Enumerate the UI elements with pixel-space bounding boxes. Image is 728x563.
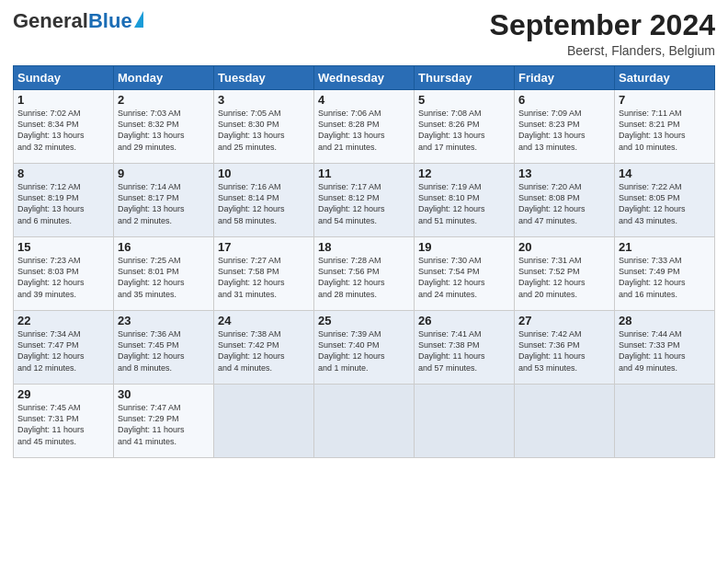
day-number: 15 [17,240,109,254]
logo-blue: Blue [88,9,132,33]
table-row: 16Sunrise: 7:25 AM Sunset: 8:01 PM Dayli… [114,237,214,311]
day-number: 8 [17,167,109,180]
day-info: Sunrise: 7:42 AM Sunset: 7:36 PM Dayligh… [518,328,610,373]
calendar-header: Sunday Monday Tuesday Wednesday Thursday… [14,66,715,90]
day-info: Sunrise: 7:20 AM Sunset: 8:08 PM Dayligh… [518,181,610,226]
day-info: Sunrise: 7:19 AM Sunset: 8:10 PM Dayligh… [418,181,510,226]
table-row: 11Sunrise: 7:17 AM Sunset: 8:12 PM Dayli… [314,164,415,237]
table-row: 29Sunrise: 7:45 AM Sunset: 7:31 PM Dayli… [14,385,114,458]
day-info: Sunrise: 7:38 AM Sunset: 7:42 PM Dayligh… [218,328,310,373]
table-row: 18Sunrise: 7:28 AM Sunset: 7:56 PM Dayli… [314,237,415,311]
day-info: Sunrise: 7:31 AM Sunset: 7:52 PM Dayligh… [518,255,610,300]
table-row [314,385,415,458]
day-info: Sunrise: 7:30 AM Sunset: 7:54 PM Dayligh… [418,255,510,300]
day-number: 25 [318,314,410,327]
day-number: 7 [619,93,711,107]
calendar-body: 1Sunrise: 7:02 AM Sunset: 8:34 PM Daylig… [14,90,715,458]
table-row [415,385,515,458]
day-number: 4 [318,93,410,107]
table-row: 21Sunrise: 7:33 AM Sunset: 7:49 PM Dayli… [615,237,715,311]
day-info: Sunrise: 7:25 AM Sunset: 8:01 PM Dayligh… [118,255,210,300]
day-number: 12 [418,167,510,180]
table-row: 15Sunrise: 7:23 AM Sunset: 8:03 PM Dayli… [14,237,114,311]
day-info: Sunrise: 7:34 AM Sunset: 7:47 PM Dayligh… [17,328,109,373]
table-row: 28Sunrise: 7:44 AM Sunset: 7:33 PM Dayli… [615,311,715,385]
day-info: Sunrise: 7:47 AM Sunset: 7:29 PM Dayligh… [118,402,210,447]
day-info: Sunrise: 7:06 AM Sunset: 8:28 PM Dayligh… [318,108,410,153]
table-row: 2Sunrise: 7:03 AM Sunset: 8:32 PM Daylig… [114,90,214,164]
table-row: 25Sunrise: 7:39 AM Sunset: 7:40 PM Dayli… [314,311,415,385]
col-monday: Monday [114,66,214,90]
table-row: 30Sunrise: 7:47 AM Sunset: 7:29 PM Dayli… [114,385,214,458]
day-info: Sunrise: 7:22 AM Sunset: 8:05 PM Dayligh… [619,181,711,226]
day-info: Sunrise: 7:27 AM Sunset: 7:58 PM Dayligh… [218,255,310,300]
day-number: 9 [118,167,210,180]
table-row: 9Sunrise: 7:14 AM Sunset: 8:17 PM Daylig… [114,164,214,237]
table-row: 17Sunrise: 7:27 AM Sunset: 7:58 PM Dayli… [214,237,314,311]
logo-triangle-icon [134,11,143,28]
day-number: 13 [518,167,610,180]
calendar-row-4: 29Sunrise: 7:45 AM Sunset: 7:31 PM Dayli… [14,385,715,458]
calendar-row-1: 8Sunrise: 7:12 AM Sunset: 8:19 PM Daylig… [14,164,715,237]
day-number: 1 [17,93,109,107]
day-number: 20 [518,240,610,254]
calendar-row-0: 1Sunrise: 7:02 AM Sunset: 8:34 PM Daylig… [14,90,715,164]
day-info: Sunrise: 7:03 AM Sunset: 8:32 PM Dayligh… [118,108,210,153]
day-info: Sunrise: 7:12 AM Sunset: 8:19 PM Dayligh… [17,181,109,226]
table-row: 5Sunrise: 7:08 AM Sunset: 8:26 PM Daylig… [415,90,515,164]
day-number: 28 [619,314,711,327]
day-number: 19 [418,240,510,254]
table-row: 10Sunrise: 7:16 AM Sunset: 8:14 PM Dayli… [214,164,314,237]
day-info: Sunrise: 7:39 AM Sunset: 7:40 PM Dayligh… [318,328,410,373]
day-info: Sunrise: 7:45 AM Sunset: 7:31 PM Dayligh… [17,402,109,447]
day-number: 10 [218,167,310,180]
day-number: 16 [118,240,210,254]
month-title: September 2024 [490,9,715,41]
calendar-row-2: 15Sunrise: 7:23 AM Sunset: 8:03 PM Dayli… [14,237,715,311]
day-number: 24 [218,314,310,327]
day-info: Sunrise: 7:36 AM Sunset: 7:45 PM Dayligh… [118,328,210,373]
day-info: Sunrise: 7:08 AM Sunset: 8:26 PM Dayligh… [418,108,510,153]
day-number: 5 [418,93,510,107]
col-tuesday: Tuesday [214,66,314,90]
location: Beerst, Flanders, Belgium [490,43,715,58]
day-number: 11 [318,167,410,180]
header: GeneralBlue September 2024 Beerst, Fland… [13,9,715,58]
day-number: 23 [118,314,210,327]
table-row [515,385,615,458]
table-row: 24Sunrise: 7:38 AM Sunset: 7:42 PM Dayli… [214,311,314,385]
day-number: 17 [218,240,310,254]
day-info: Sunrise: 7:11 AM Sunset: 8:21 PM Dayligh… [619,108,711,153]
table-row [615,385,715,458]
day-number: 3 [218,93,310,107]
table-row: 20Sunrise: 7:31 AM Sunset: 7:52 PM Dayli… [515,237,615,311]
col-sunday: Sunday [14,66,114,90]
logo-general: General [13,9,88,33]
day-info: Sunrise: 7:16 AM Sunset: 8:14 PM Dayligh… [218,181,310,226]
table-row: 12Sunrise: 7:19 AM Sunset: 8:10 PM Dayli… [415,164,515,237]
calendar-row-3: 22Sunrise: 7:34 AM Sunset: 7:47 PM Dayli… [14,311,715,385]
day-number: 30 [118,387,210,401]
day-number: 6 [518,93,610,107]
day-number: 21 [619,240,711,254]
day-number: 22 [17,314,109,327]
day-number: 27 [518,314,610,327]
col-wednesday: Wednesday [314,66,415,90]
day-info: Sunrise: 7:17 AM Sunset: 8:12 PM Dayligh… [318,181,410,226]
table-row: 22Sunrise: 7:34 AM Sunset: 7:47 PM Dayli… [14,311,114,385]
table-row: 3Sunrise: 7:05 AM Sunset: 8:30 PM Daylig… [214,90,314,164]
day-info: Sunrise: 7:28 AM Sunset: 7:56 PM Dayligh… [318,255,410,300]
day-number: 26 [418,314,510,327]
day-info: Sunrise: 7:02 AM Sunset: 8:34 PM Dayligh… [17,108,109,153]
day-info: Sunrise: 7:41 AM Sunset: 7:38 PM Dayligh… [418,328,510,373]
table-row: 1Sunrise: 7:02 AM Sunset: 8:34 PM Daylig… [14,90,114,164]
day-info: Sunrise: 7:14 AM Sunset: 8:17 PM Dayligh… [118,181,210,226]
day-number: 14 [619,167,711,180]
day-number: 29 [17,387,109,401]
col-saturday: Saturday [615,66,715,90]
day-info: Sunrise: 7:09 AM Sunset: 8:23 PM Dayligh… [518,108,610,153]
table-row: 4Sunrise: 7:06 AM Sunset: 8:28 PM Daylig… [314,90,415,164]
day-info: Sunrise: 7:05 AM Sunset: 8:30 PM Dayligh… [218,108,310,153]
table-row: 26Sunrise: 7:41 AM Sunset: 7:38 PM Dayli… [415,311,515,385]
day-info: Sunrise: 7:44 AM Sunset: 7:33 PM Dayligh… [619,328,711,373]
